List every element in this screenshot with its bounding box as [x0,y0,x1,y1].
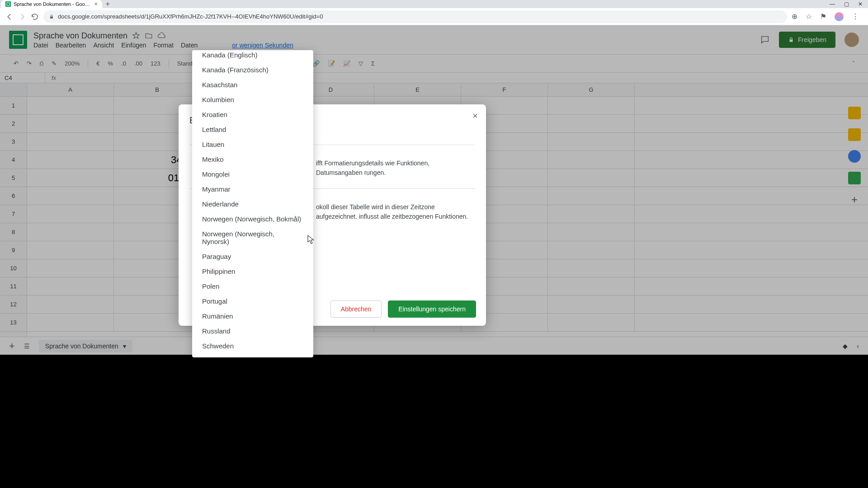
tab-title: Sprache von Dokumenten - Goo… [14,1,90,7]
close-window-icon[interactable]: ✕ [858,1,863,7]
locale-option[interactable]: Rumänien [192,309,313,324]
sheets-favicon-icon [5,1,11,7]
locale-dropdown-list[interactable]: Kanada (Englisch)Kanada (Französisch)Kas… [192,50,313,357]
locale-option[interactable]: Polen [192,279,313,294]
svg-rect-0 [5,1,11,7]
locale-option[interactable]: Norwegen (Norwegisch, Bokmål) [192,211,313,226]
reload-icon[interactable] [31,13,39,21]
browser-tab[interactable]: Sprache von Dokumenten - Goo… × [1,0,102,8]
locale-option[interactable]: Schweiz [192,353,313,357]
locale-option[interactable]: Philippinen [192,264,313,279]
timezone-description: okoll dieser Tabelle wird in dieser Zeit… [316,202,475,221]
extension-icon[interactable]: ⚑ [820,12,826,21]
locale-option[interactable]: Lettland [192,122,313,137]
locale-option[interactable]: Paraguay [192,249,313,264]
url-bar[interactable]: docs.google.com/spreadsheets/d/1jGRuXXfP… [43,10,787,23]
maximize-icon[interactable]: ▢ [844,1,849,7]
url-text: docs.google.com/spreadsheets/d/1jGRuXXfP… [58,13,323,20]
forward-icon[interactable] [18,13,26,21]
locale-option[interactable]: Kolumbien [192,92,313,107]
cancel-button[interactable]: Abbrechen [330,300,382,318]
address-bar-row: docs.google.com/spreadsheets/d/1jGRuXXfP… [0,8,868,25]
back-icon[interactable] [5,13,14,21]
lock-icon [49,14,54,19]
locale-option[interactable]: Schweden [192,338,313,353]
save-settings-button[interactable]: Einstellungen speichern [388,300,476,318]
locale-option[interactable]: Niederlande [192,197,313,211]
minimize-icon[interactable]: — [830,1,835,7]
tab-close-icon[interactable]: × [94,1,98,7]
locale-option[interactable]: Kanada (Englisch) [192,50,313,62]
locale-option[interactable]: Mexiko [192,152,313,167]
locale-option[interactable]: Litauen [192,137,313,152]
locale-dropdown[interactable]: Kanada (Englisch)Kanada (Französisch)Kas… [192,50,313,357]
locale-option[interactable]: Portugal [192,294,313,309]
dialog-close-button[interactable]: × [472,111,478,121]
locale-option[interactable]: Mongolei [192,167,313,182]
locale-option[interactable]: Myanmar [192,182,313,197]
bookmark-star-icon[interactable]: ☆ [806,12,812,21]
more-menu-icon[interactable]: ⋮ [852,12,859,21]
locale-option[interactable]: Russland [192,324,313,338]
locale-option[interactable]: Kroatien [192,107,313,122]
locale-option[interactable]: Kasachstan [192,77,313,92]
locale-option[interactable]: Kanada (Französisch) [192,62,313,77]
profile-avatar-icon[interactable] [835,12,844,21]
new-tab-button[interactable]: + [106,0,110,8]
locale-description: ifft Formatierungsdetails wie Funktionen… [316,159,475,178]
svg-rect-2 [50,16,53,19]
browser-titlebar: Sprache von Dokumenten - Goo… × + — ▢ ✕ [0,0,868,8]
locale-option[interactable]: Norwegen (Norwegisch, Nynorsk) [192,226,313,249]
zoom-url-icon[interactable]: ⊕ [792,12,797,21]
